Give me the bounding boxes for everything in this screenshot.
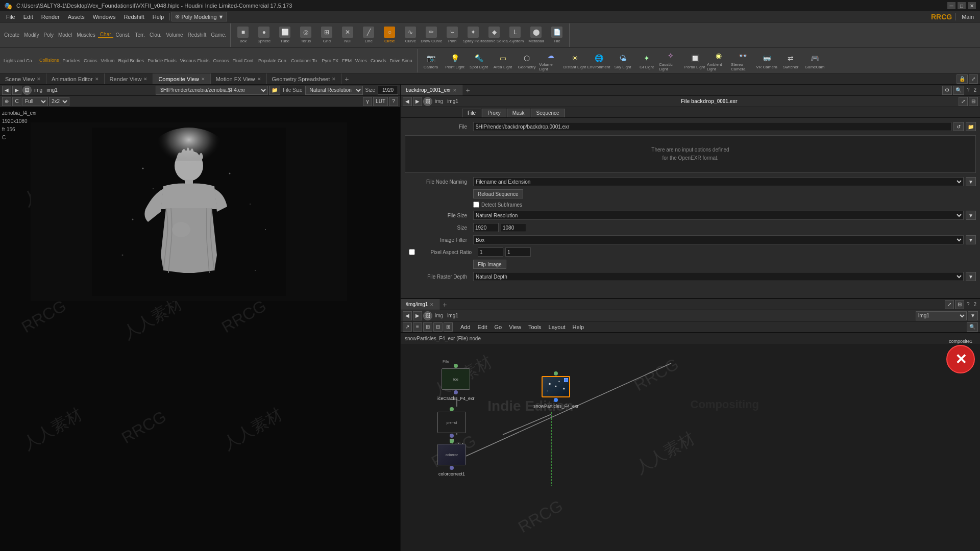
help-btn[interactable]: ? [389,97,398,106]
props-img1-nav[interactable]: img1 [446,98,460,104]
file-path-browse-btn[interactable]: 📁 [966,122,976,131]
workspace-dropdown[interactable]: ⊛ Poly Modeling ▼ [172,12,227,21]
view-options-btn[interactable]: ⊕ [2,97,11,106]
props-split-btn[interactable]: ⊟ [969,97,978,106]
ltab-crowds[interactable]: Crowds [369,58,388,63]
props-tab-add[interactable]: + [462,86,473,95]
light-env[interactable]: 🌐 Environment [587,49,610,72]
vp-path-select[interactable]: $HIP/render/zenobia/zenobia.$F4.exr [156,86,268,95]
tool-path[interactable]: ⤷Path [442,24,462,46]
props-search-btn[interactable]: 🔍 [953,86,964,95]
node-tab-img1[interactable]: /img/img1 ✕ [401,299,439,310]
node-composite-output[interactable]: composite1 ✕ [946,339,975,373]
ltab-drivesim[interactable]: Drive Simu. [388,58,415,63]
ltab-fluidcont[interactable]: Fluid Cont. [231,58,257,63]
file-path-reload-btn[interactable]: ↺ [953,122,964,131]
node-tool-grid2[interactable]: ⊞ [423,322,432,332]
ltab-particles[interactable]: Particles [61,58,82,63]
image-filter-select[interactable]: Box [473,235,964,244]
light-switcher[interactable]: ⇄ Switcher [779,49,802,72]
ltab-populatecont[interactable]: Populate Con. [257,58,289,63]
node-select-btn[interactable]: ▼ [968,311,978,320]
light-vrcam[interactable]: 🥽 VR Camera [755,49,778,72]
ltab-oceans[interactable]: Oceans [212,58,231,63]
ltab-fem[interactable]: FEM [340,58,353,63]
node-canvas[interactable]: 人人素材 RRCG RRCG 人人素材 RRCG Indie Edition C… [401,333,980,551]
menu-help[interactable]: Help [149,11,168,22]
lut-btn[interactable]: LUT [373,97,388,106]
icecracks-output[interactable] [454,364,458,368]
view-c-btn[interactable]: C [12,97,21,106]
node-expand-btn[interactable]: ⤢ [945,300,954,309]
pixel-aspect-checkbox[interactable] [409,249,415,255]
tool-torus[interactable]: ◎Torus [296,24,316,46]
props-tab-backdrop[interactable]: backdrop_0001_exr ✕ [401,85,462,95]
viewport-lock-btn[interactable]: 🔒 [957,74,968,84]
tab-model[interactable]: Model [56,32,74,38]
premultiply-output[interactable] [450,407,454,411]
reload-sequence-btn[interactable]: Reload Sequence [473,189,523,198]
ltab-wires[interactable]: Wires [354,58,369,63]
node-tool-list[interactable]: ≡ [413,322,422,332]
tool-platonic[interactable]: ◆Platonic Solids [484,24,504,46]
sceneview-close[interactable]: ✕ [37,77,41,82]
mip-select[interactable]: 2x2 [49,97,69,106]
ltab-vfluids[interactable]: Viscous Fluids [179,58,211,63]
gamma-btn[interactable]: γ [363,97,372,106]
nodemenu-view[interactable]: View [506,323,524,331]
light-ambient[interactable]: ◉ Ambient Light [707,49,730,72]
tab-redshift[interactable]: Redshift [186,32,209,38]
ltab-rigid[interactable]: Rigid Bodies [117,58,146,63]
props-img-nav[interactable]: img [433,98,445,104]
snowparticles-output[interactable] [554,371,558,375]
tool-lsystem[interactable]: LL-System [505,24,525,46]
node-img1-nav[interactable]: img1 [446,313,460,318]
tab-game[interactable]: Game. [209,32,228,38]
props-settings-btn[interactable]: ⚙ [942,86,952,95]
file-node-naming-menu-btn[interactable]: ▼ [966,177,976,186]
tool-box[interactable]: ■Box [233,24,253,46]
light-area[interactable]: ▭ Area Light [491,49,514,72]
image-filter-menu-btn[interactable]: ▼ [966,235,976,244]
tool-file[interactable]: 📄File [547,24,567,46]
tab-motionfx[interactable]: Motion FX View ✕ [211,73,267,84]
animeditor-close[interactable]: ✕ [95,77,99,82]
size-width-prop[interactable] [473,223,499,232]
file-raster-menu-btn[interactable]: ▼ [966,272,976,281]
light-gamecam[interactable]: 🎮 GameCam [803,49,826,72]
node-img-nav[interactable]: img [433,313,445,318]
file-path-input[interactable] [473,122,951,131]
menu-windows[interactable]: Windows [89,11,120,22]
node-tab-close[interactable]: ✕ [430,302,434,307]
tool-curve[interactable]: ∿Curve [400,24,421,46]
snowparticles-input[interactable] [554,398,558,402]
detect-subframes-checkbox[interactable] [473,202,479,208]
ltab-grains[interactable]: Grains [82,58,99,63]
maximize-btn[interactable]: □ [958,2,966,9]
tab-compositeview[interactable]: Composite View ✕ [153,73,210,84]
minimize-btn[interactable]: ─ [947,2,955,9]
scene-tab-add[interactable]: + [341,74,352,84]
tool-grid[interactable]: ⊞Grid [316,24,337,46]
ltab-vellum[interactable]: Vellum [100,58,116,63]
tab-renderview[interactable]: Render View ✕ [105,73,154,84]
vp-back-btn[interactable]: ◀ [2,86,11,95]
nodemenu-tools[interactable]: Tools [525,323,545,331]
node-tool-grid4[interactable]: ⊞ [444,322,453,332]
node-tab-add[interactable]: + [439,300,450,309]
ltab-lights[interactable]: Lights and Ca... [2,58,37,63]
geospreadsheet-close[interactable]: ✕ [332,77,336,82]
tool-sphere[interactable]: ●Sphere [254,24,274,46]
tab-muscles[interactable]: Muscles [75,32,97,38]
light-geometry[interactable]: ⬡ Geometry [515,49,538,72]
node-forward-btn[interactable]: ▶ [413,311,422,320]
light-camera[interactable]: 📷 Camera [419,49,443,72]
light-stereo[interactable]: 👓 Stereo Camera [731,49,754,72]
light-spot[interactable]: 🔦 Spot Light [467,49,491,72]
vp-img-label[interactable]: img [33,87,44,93]
menu-redshift[interactable]: Redshift [119,11,148,22]
tab-poly[interactable]: Poly [41,32,55,38]
tool-drawcurve[interactable]: ✏Draw Curve [421,24,442,46]
ltab-pyrofx[interactable]: Pyro FX [321,58,340,63]
light-point[interactable]: 💡 Point Light [443,49,467,72]
